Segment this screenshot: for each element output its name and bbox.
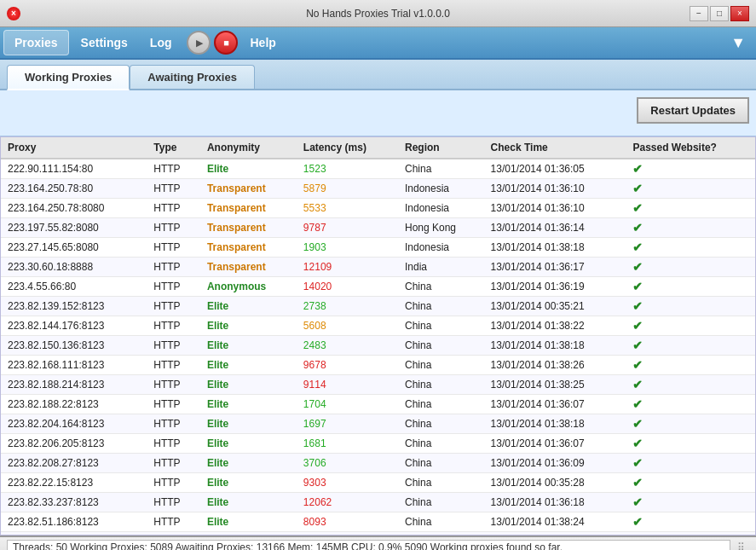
cell-type: HTTP [147,277,200,297]
cell-type: HTTP [147,356,200,375]
cell-region: China [398,336,484,356]
cell-region: Indonesia [398,199,484,218]
cell-check-time: 13/01/2014 01:36:07 [484,434,626,454]
cell-type: HTTP [147,316,200,336]
cell-anonymity: Transparent [200,218,297,238]
cell-anonymity: Elite [200,473,297,493]
maximize-button[interactable]: □ [710,6,729,21]
cell-type: HTTP [147,512,200,532]
proxy-table-container[interactable]: Proxy Type Anonymity Latency (ms) Region… [0,136,756,536]
cell-anonymity: Elite [200,336,297,356]
status-text: Threads: 50 Working Proxies: 5089 Awaiti… [7,540,730,550]
cell-anonymity: Elite [200,454,297,473]
play-button[interactable] [187,31,211,55]
col-header-latency: Latency (ms) [297,137,398,159]
cell-check-time: 13/01/2014 01:38:26 [484,356,626,375]
cell-region: China [398,454,484,473]
cell-latency: 9114 [297,375,398,395]
table-row[interactable]: 223.82.22.15:8123HTTPElite9303China13/01… [1,473,755,493]
stop-button[interactable] [214,31,238,55]
app-icon: × [7,7,20,20]
menu-proxies[interactable]: Proxies [3,30,69,55]
cell-region: China [398,375,484,395]
cell-proxy: 223.82.208.27:8123 [1,454,147,473]
tab-awaiting-proxies[interactable]: Awaiting Proxies [130,65,255,89]
table-row[interactable]: 223.83.100.232:8123HTTPElite7934China13/… [1,532,755,536]
cell-check-time: 13/01/2014 01:38:18 [484,238,626,258]
cell-check-time: 13/01/2014 01:38:18 [484,414,626,434]
tabs-container: Working Proxies Awaiting Proxies [0,60,756,90]
cell-passed: ✔ [626,532,755,536]
close-button[interactable]: × [730,6,749,21]
cell-proxy: 223.83.100.232:8123 [1,532,147,536]
cell-anonymity: Elite [200,414,297,434]
table-row[interactable]: 223.82.33.237:8123HTTPElite12062China13/… [1,493,755,512]
col-header-check-time: Check Time [484,137,626,159]
tab-working-proxies[interactable]: Working Proxies [7,65,130,90]
table-row[interactable]: 223.82.206.205:8123HTTPElite1681China13/… [1,434,755,454]
cell-type: HTTP [147,375,200,395]
cell-region: China [398,434,484,454]
cell-passed: ✔ [626,512,755,532]
cell-anonymity: Transparent [200,258,297,277]
cell-passed: ✔ [626,218,755,238]
cell-anonymity: Transparent [200,238,297,258]
menu-chevron[interactable]: ▼ [724,31,753,55]
cell-latency: 9303 [297,473,398,493]
cell-region: China [398,473,484,493]
cell-latency: 1903 [297,238,398,258]
cell-check-time: 13/01/2014 01:38:25 [484,375,626,395]
cell-latency: 5608 [297,316,398,336]
table-row[interactable]: 223.197.55.82:8080HTTPTransparent9787Hon… [1,218,755,238]
cell-type: HTTP [147,414,200,434]
table-row[interactable]: 223.30.60.18:8888HTTPTransparent12109Ind… [1,258,755,277]
menu-help[interactable]: Help [239,31,286,55]
cell-proxy: 223.82.139.152:8123 [1,297,147,316]
table-row[interactable]: 223.82.208.27:8123HTTPElite3706China13/0… [1,454,755,473]
cell-anonymity: Elite [200,395,297,414]
cell-passed: ✔ [626,199,755,218]
cell-proxy: 223.82.51.186:8123 [1,512,147,532]
cell-proxy: 223.82.188.214:8123 [1,375,147,395]
minimize-button[interactable]: − [690,6,708,21]
cell-latency: 7934 [297,532,398,536]
cell-proxy: 223.197.55.82:8080 [1,218,147,238]
cell-type: HTTP [147,434,200,454]
cell-latency: 14020 [297,277,398,297]
window-title: No Hands Proxies Trial v1.0.0.0 [306,8,450,20]
title-bar: × No Hands Proxies Trial v1.0.0.0 − □ × [0,0,756,27]
table-row[interactable]: 223.82.188.22:8123HTTPElite1704China13/0… [1,395,755,414]
cell-anonymity: Elite [200,159,297,179]
table-row[interactable]: 223.164.250.78:8080HTTPTransparent5533In… [1,199,755,218]
table-row[interactable]: 223.4.55.66:80HTTPAnonymous14020China13/… [1,277,755,297]
cell-passed: ✔ [626,277,755,297]
cell-latency: 12062 [297,493,398,512]
table-row[interactable]: 223.82.204.164:8123HTTPElite1697China13/… [1,414,755,434]
table-row[interactable]: 223.82.188.214:8123HTTPElite9114China13/… [1,375,755,395]
cell-check-time: 13/01/2014 01:38:24 [484,512,626,532]
restart-updates-button[interactable]: Restart Updates [637,97,749,124]
table-row[interactable]: 223.164.250.78:80HTTPTransparent5879Indo… [1,179,755,199]
cell-region: Indonesia [398,238,484,258]
table-row[interactable]: 223.82.168.111:8123HTTPElite9678China13/… [1,356,755,375]
cell-latency: 8093 [297,512,398,532]
table-row[interactable]: 223.82.144.176:8123HTTPElite5608China13/… [1,316,755,336]
menu-log[interactable]: Log [140,31,182,55]
cell-passed: ✔ [626,395,755,414]
cell-check-time: 13/01/2014 01:36:14 [484,218,626,238]
table-row[interactable]: 223.82.139.152:8123HTTPElite2738China13/… [1,297,755,316]
window-controls: − □ × [690,6,749,21]
cell-check-time: 13/01/2014 01:36:17 [484,258,626,277]
cell-latency: 1523 [297,159,398,179]
cell-check-time: 13/01/2014 01:36:19 [484,277,626,297]
menu-settings[interactable]: Settings [71,31,138,55]
resize-handle[interactable]: ⠿ [737,541,749,550]
table-row[interactable]: 223.27.145.65:8080HTTPTransparent1903Ind… [1,238,755,258]
cell-anonymity: Elite [200,375,297,395]
status-bar: Threads: 50 Working Proxies: 5089 Awaiti… [0,536,756,550]
table-row[interactable]: 222.90.111.154:80HTTPElite1523China13/01… [1,159,755,179]
cell-proxy: 223.82.168.111:8123 [1,356,147,375]
table-row[interactable]: 223.82.51.186:8123HTTPElite8093China13/0… [1,512,755,532]
cell-passed: ✔ [626,375,755,395]
table-row[interactable]: 223.82.150.136:8123HTTPElite2483China13/… [1,336,755,356]
